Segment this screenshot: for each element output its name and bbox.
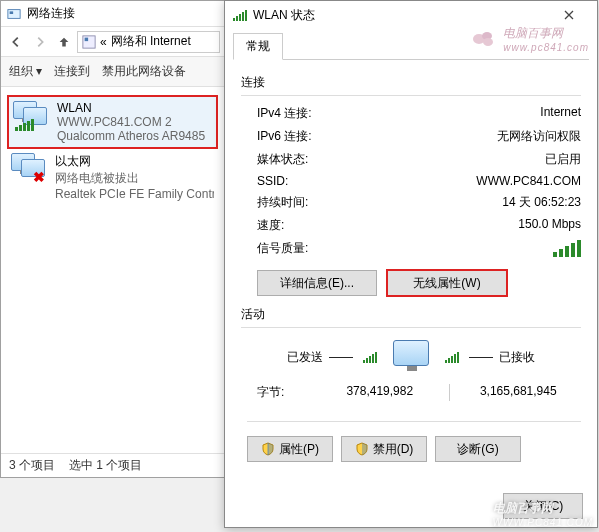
adapter-device: Qualcomm Atheros AR9485 [57,129,205,143]
diagnose-button[interactable]: 诊断(G) [435,436,521,462]
wireless-properties-button[interactable]: 无线属性(W) [387,270,507,296]
properties-button[interactable]: 属性(P) [247,436,333,462]
status-bar: 3 个项目 选中 1 个项目 [1,453,224,477]
adapter-network: WWW.PC841.COM 2 [57,115,205,129]
wlan-adapter-icon [13,101,49,131]
activity-diagram: 已发送 —— —— 已接收 [241,334,581,380]
monitor-icon [389,340,433,374]
watermark-url: www.pc841.com [503,42,589,53]
sent-signal-icon [363,352,377,363]
breadcrumb-text: 网络和 Internet [111,33,191,50]
dash: —— [329,350,353,364]
shield-icon [261,442,275,456]
error-x-icon: ✖ [33,169,45,185]
ethernet-adapter-icon: ✖ [11,153,47,183]
speed-value: 150.0 Mbps [518,217,581,234]
toolbar-connect-to[interactable]: 连接到 [54,63,90,80]
group-connection-label: 连接 [241,74,581,91]
wifi-icon [233,10,247,21]
speed-label: 速度: [257,217,284,234]
sent-label: 已发送 [287,349,323,366]
ipv4-label: IPv4 连接: [257,105,312,122]
watermark: 电脑百事网 www.pc841.com [471,25,589,53]
toolbar-organize[interactable]: 组织 ▾ [9,63,42,80]
signal-bars-icon [553,240,581,257]
nav-forward-button[interactable] [29,31,51,53]
selection-count: 选中 1 个项目 [69,457,142,474]
svg-rect-3 [85,37,89,41]
svg-rect-1 [10,11,14,14]
page-watermark-sub: WWW.PC841.COM [493,517,593,528]
disable-button-label: 禁用(D) [373,441,414,458]
watermark-logo-icon [467,503,489,525]
adapter-name: 以太网 [55,153,214,170]
ipv6-label: IPv6 连接: [257,128,312,145]
ipv4-value: Internet [540,105,581,122]
toolbar-disable-device[interactable]: 禁用此网络设备 [102,63,186,80]
media-state-label: 媒体状态: [257,151,308,168]
group-activity-label: 活动 [241,306,581,323]
network-folder-icon [7,7,21,21]
nav-back-button[interactable] [5,31,27,53]
dash: —— [469,350,493,364]
titlebar[interactable]: 网络连接 [1,1,224,27]
shield-icon [355,442,369,456]
control-panel-icon [82,35,96,49]
bytes-label: 字节: [257,384,317,401]
wlan-status-dialog: WLAN 状态 电脑百事网 www.pc841.com 常规 连接 IPv4 连… [224,0,598,528]
dialog-title: WLAN 状态 [253,7,315,24]
breadcrumb-prefix: « [100,35,107,49]
address-bar-row: « 网络和 Internet [1,27,224,57]
nav-up-button[interactable] [53,31,75,53]
watermark-text: 电脑百事网 [503,25,589,42]
svg-point-6 [483,38,493,46]
details-button[interactable]: 详细信息(E)... [257,270,377,296]
recv-label: 已接收 [499,349,535,366]
properties-button-label: 属性(P) [279,441,319,458]
adapter-name: WLAN [57,101,205,115]
bytes-recv-value: 3,165,681,945 [456,384,582,401]
network-connections-window: 网络连接 « 网络和 Internet 组织 ▾ 连接到 禁用此网络设备 WLA… [0,0,225,478]
window-title: 网络连接 [27,5,75,22]
address-bar[interactable]: « 网络和 Internet [77,31,220,53]
toolbar: 组织 ▾ 连接到 禁用此网络设备 [1,57,224,87]
bytes-sent-value: 378,419,982 [317,384,443,401]
duration-value: 14 天 06:52:23 [502,194,581,211]
signal-quality-label: 信号质量: [257,240,308,257]
duration-label: 持续时间: [257,194,308,211]
item-count: 3 个项目 [9,457,55,474]
media-state-value: 已启用 [545,151,581,168]
tab-general[interactable]: 常规 [233,33,283,60]
recv-signal-icon [445,352,459,363]
adapter-text: WLAN WWW.PC841.COM 2 Qualcomm Atheros AR… [57,101,205,143]
adapter-device: Realtek PCIe FE Family Contr [55,187,214,201]
dialog-body: 连接 IPv4 连接:Internet IPv6 连接:无网络访问权限 媒体状态… [225,60,597,470]
page-watermark: 电脑百事网 WWW.PC841.COM [467,500,593,528]
disable-button[interactable]: 禁用(D) [341,436,427,462]
page-watermark-text: 电脑百事网 [493,501,553,515]
adapter-status: 网络电缆被拔出 [55,170,214,187]
ssid-value: WWW.PC841.COM [476,174,581,188]
adapter-list: WLAN WWW.PC841.COM 2 Qualcomm Atheros AR… [1,87,224,213]
adapter-item-ethernet[interactable]: ✖ 以太网 网络电缆被拔出 Realtek PCIe FE Family Con… [7,149,218,205]
ipv6-value: 无网络访问权限 [497,128,581,145]
adapter-item-wlan[interactable]: WLAN WWW.PC841.COM 2 Qualcomm Atheros AR… [7,95,218,149]
flower-icon [471,28,497,50]
ssid-label: SSID: [257,174,288,188]
adapter-text: 以太网 网络电缆被拔出 Realtek PCIe FE Family Contr [55,153,214,201]
